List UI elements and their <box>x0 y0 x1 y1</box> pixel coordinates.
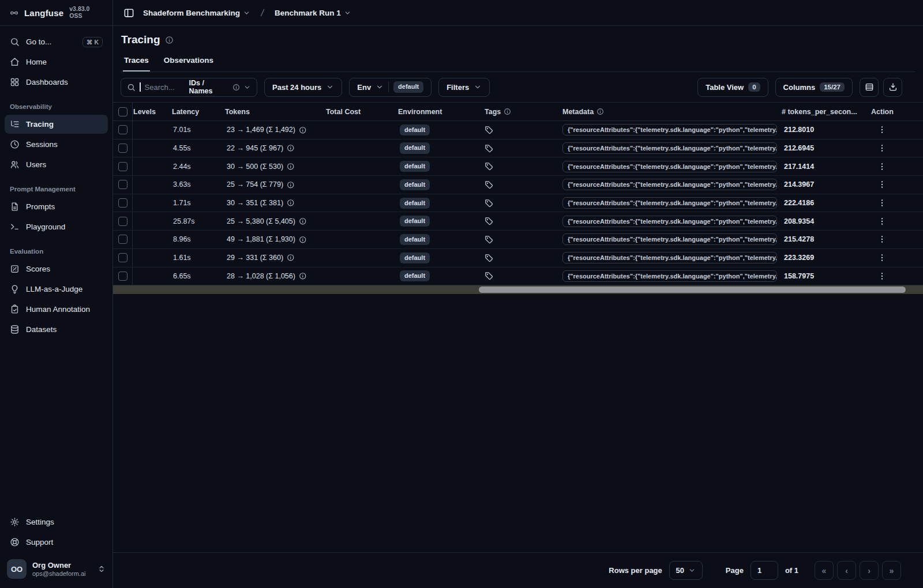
export-download-button[interactable] <box>883 78 902 97</box>
select-all-checkbox[interactable] <box>118 107 127 116</box>
table-row[interactable]: 6.65s 28 → 1,028 (Σ 1,056) default {"res… <box>113 267 923 286</box>
breadcrumb-project[interactable]: Benchmark Run 1 <box>275 9 351 17</box>
tag-icon[interactable] <box>485 235 493 244</box>
columns-button[interactable]: Columns 15/27 <box>775 78 853 97</box>
kebab-menu-icon[interactable] <box>877 235 887 244</box>
tag-icon[interactable] <box>485 217 493 225</box>
row-checkbox[interactable] <box>118 217 127 226</box>
metadata-pill[interactable]: {"resourceAttributes":{"telemetry.sdk.la… <box>562 179 777 190</box>
kebab-menu-icon[interactable] <box>877 125 887 134</box>
filters-button[interactable]: Filters <box>438 78 490 97</box>
row-checkbox[interactable] <box>118 144 127 153</box>
sidebar-item-human-annotation[interactable]: Human Annotation <box>5 300 108 319</box>
tag-icon[interactable] <box>485 144 493 153</box>
table-row[interactable]: 8.96s 49 → 1,881 (Σ 1,930) default {"res… <box>113 231 923 249</box>
kebab-menu-icon[interactable] <box>877 272 887 281</box>
search-input[interactable] <box>145 83 185 92</box>
sidebar-item-tracing[interactable]: Tracing <box>5 115 108 134</box>
search-mode-dropdown[interactable]: IDs / Names <box>189 79 252 95</box>
column-header-metadata[interactable]: Metadata <box>560 103 779 120</box>
info-icon[interactable] <box>299 272 307 280</box>
metadata-pill[interactable]: {"resourceAttributes":{"telemetry.sdk.la… <box>562 197 777 209</box>
sidebar-item-goto[interactable]: Go to... ⌘ K <box>5 32 108 51</box>
sidebar-item-settings[interactable]: Settings <box>5 512 108 532</box>
tag-icon[interactable] <box>485 254 493 262</box>
kebab-menu-icon[interactable] <box>877 144 887 153</box>
table-row[interactable]: 25.87s 25 → 5,380 (Σ 5,405) default {"re… <box>113 212 923 231</box>
tag-icon[interactable] <box>485 126 493 134</box>
column-header-total-cost[interactable]: Total Cost <box>323 103 395 120</box>
breadcrumb-org[interactable]: Shadeform Benchmarking <box>143 9 250 17</box>
metadata-pill[interactable]: {"resourceAttributes":{"telemetry.sdk.la… <box>562 252 777 263</box>
tab-traces[interactable]: Traces <box>123 54 150 71</box>
row-checkbox[interactable] <box>118 162 127 171</box>
tag-icon[interactable] <box>485 162 493 171</box>
table-view-button[interactable]: Table View 0 <box>697 78 768 97</box>
last-page-button[interactable]: » <box>882 561 901 580</box>
kebab-menu-icon[interactable] <box>877 217 887 226</box>
info-icon[interactable] <box>287 199 295 207</box>
row-checkbox[interactable] <box>118 198 127 208</box>
column-header-latency[interactable]: Latency <box>170 103 224 120</box>
sidebar-item-datasets[interactable]: Datasets <box>5 320 108 339</box>
table-row[interactable]: 7.01s 23 → 1,469 (Σ 1,492) default {"res… <box>113 121 923 140</box>
first-page-button[interactable]: « <box>815 561 834 580</box>
metadata-pill[interactable]: {"resourceAttributes":{"telemetry.sdk.la… <box>562 124 777 135</box>
metadata-pill[interactable]: {"resourceAttributes":{"telemetry.sdk.la… <box>562 216 777 227</box>
kebab-menu-icon[interactable] <box>877 162 887 171</box>
search-box[interactable]: IDs / Names <box>121 78 257 97</box>
sidebar-item-home[interactable]: Home <box>5 52 108 71</box>
sidebar-item-users[interactable]: Users <box>5 155 108 174</box>
tag-icon[interactable] <box>485 272 493 280</box>
metadata-pill[interactable]: {"resourceAttributes":{"telemetry.sdk.la… <box>562 161 777 172</box>
row-density-button[interactable] <box>860 78 879 97</box>
page-number-input[interactable] <box>751 561 778 580</box>
kebab-menu-icon[interactable] <box>877 198 887 208</box>
row-checkbox[interactable] <box>118 180 127 189</box>
rows-per-page-select[interactable]: 50 <box>669 561 703 580</box>
row-checkbox[interactable] <box>118 272 127 281</box>
horizontal-scrollbar-thumb[interactable] <box>479 287 906 293</box>
column-header-environment[interactable]: Environment <box>395 103 482 120</box>
info-icon[interactable] <box>287 163 295 171</box>
sidebar-item-scores[interactable]: Scores <box>5 259 108 278</box>
info-icon[interactable] <box>287 181 295 189</box>
time-range-button[interactable]: Past 24 hours <box>264 78 342 97</box>
row-checkbox[interactable] <box>118 253 127 262</box>
next-page-button[interactable]: › <box>860 561 879 580</box>
table-row[interactable]: 1.71s 30 → 351 (Σ 381) default {"resourc… <box>113 194 923 213</box>
horizontal-scrollbar-track[interactable] <box>113 285 923 294</box>
table-row[interactable]: 4.55s 22 → 945 (Σ 967) default {"resourc… <box>113 140 923 158</box>
sidebar-item-sessions[interactable]: Sessions <box>5 135 108 154</box>
table-row[interactable]: 1.61s 29 → 331 (Σ 360) default {"resourc… <box>113 249 923 267</box>
sidebar-item-support[interactable]: Support <box>5 533 108 552</box>
table-row[interactable]: 2.44s 30 → 500 (Σ 530) default {"resourc… <box>113 157 923 176</box>
previous-page-button[interactable]: ‹ <box>837 561 856 580</box>
info-icon[interactable] <box>299 126 307 134</box>
row-checkbox[interactable] <box>118 125 127 134</box>
user-menu[interactable]: OO Org Owner ops@shadeform.ai <box>0 552 112 588</box>
column-header-tokens[interactable]: Tokens <box>224 103 323 120</box>
sidebar-toggle-button[interactable] <box>121 5 136 20</box>
row-checkbox[interactable] <box>118 235 127 244</box>
column-header-levels[interactable]: Levels <box>133 103 170 120</box>
tag-icon[interactable] <box>485 199 493 208</box>
column-header-tags[interactable]: Tags <box>482 103 560 120</box>
info-icon[interactable] <box>287 254 295 262</box>
info-icon[interactable] <box>287 144 295 152</box>
table-row[interactable]: 3.63s 25 → 754 (Σ 779) default {"resourc… <box>113 176 923 194</box>
metadata-pill[interactable]: {"resourceAttributes":{"telemetry.sdk.la… <box>562 233 777 245</box>
info-icon[interactable] <box>165 36 174 44</box>
sidebar-item-prompts[interactable]: Prompts <box>5 197 108 216</box>
sidebar-item-llm-judge[interactable]: LLM-as-a-Judge <box>5 280 108 299</box>
kebab-menu-icon[interactable] <box>877 180 887 189</box>
tab-observations[interactable]: Observations <box>163 54 215 71</box>
info-icon[interactable] <box>299 217 307 225</box>
env-filter-button[interactable]: Env default <box>349 78 432 97</box>
sidebar-item-dashboards[interactable]: Dashboards <box>5 73 108 92</box>
metadata-pill[interactable]: {"resourceAttributes":{"telemetry.sdk.la… <box>562 270 777 282</box>
column-header-tokens-per-second[interactable]: # tokens_per_secon... <box>779 103 868 120</box>
info-icon[interactable] <box>299 236 307 244</box>
kebab-menu-icon[interactable] <box>877 253 887 262</box>
sidebar-item-playground[interactable]: Playground <box>5 217 108 236</box>
